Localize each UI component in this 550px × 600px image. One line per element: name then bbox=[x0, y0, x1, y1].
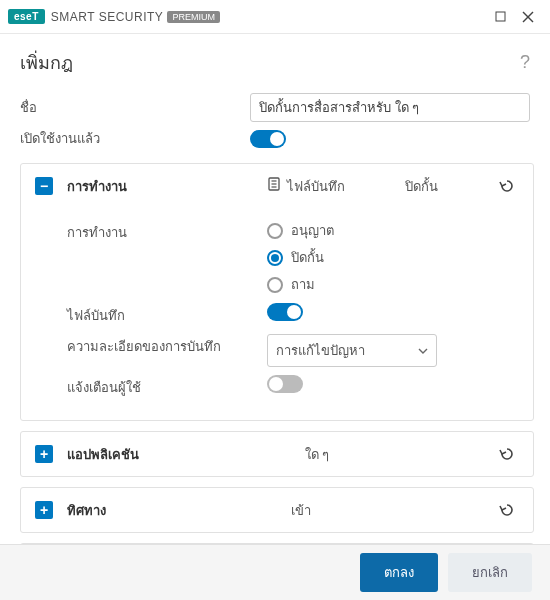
section-direction-title: ทิศทาง bbox=[67, 500, 106, 521]
titlebar: eseT SMART SECURITY PREMIUM bbox=[0, 0, 550, 34]
section-action-header[interactable]: − การทำงาน ไฟล์บันทึก ปิดกั้น bbox=[21, 164, 533, 208]
radio-allow[interactable]: อนุญาต bbox=[267, 220, 519, 241]
radio-allow-label: อนุญาต bbox=[291, 220, 334, 241]
radio-ask-label: ถาม bbox=[291, 274, 315, 295]
help-button[interactable]: ? bbox=[520, 52, 530, 73]
notify-label: แจ้งเตือนผู้ใช้ bbox=[67, 375, 267, 398]
ok-button[interactable]: ตกลง bbox=[360, 553, 438, 592]
log-label: ไฟล์บันทึก bbox=[67, 303, 267, 326]
col-log-label: ไฟล์บันทึก bbox=[287, 176, 345, 197]
revert-icon bbox=[498, 447, 516, 461]
severity-value: การแก้ไขปัญหา bbox=[276, 340, 365, 361]
section-app-summary: ใด ๆ bbox=[305, 447, 330, 462]
name-label: ชื่อ bbox=[20, 97, 250, 118]
brand-name: SMART SECURITY bbox=[51, 10, 164, 24]
revert-icon bbox=[498, 179, 516, 193]
revert-button[interactable] bbox=[495, 442, 519, 466]
sections-scroll[interactable]: − การทำงาน ไฟล์บันทึก ปิดกั้น การทำงาน อ bbox=[0, 163, 550, 573]
revert-button[interactable] bbox=[495, 498, 519, 522]
top-form: ชื่อ เปิดใช้งานแล้ว bbox=[0, 93, 550, 163]
radio-ask[interactable]: ถาม bbox=[267, 274, 519, 295]
notify-toggle[interactable] bbox=[267, 375, 303, 393]
collapse-icon[interactable]: − bbox=[35, 177, 53, 195]
dialog-footer: ตกลง ยกเลิก bbox=[0, 544, 550, 600]
action-label: การทำงาน bbox=[67, 220, 267, 243]
section-action-title: การทำงาน bbox=[67, 176, 267, 197]
section-app-header[interactable]: + แอปพลิเคชัน ใด ๆ bbox=[21, 432, 533, 476]
brand-edition: PREMIUM bbox=[167, 11, 220, 23]
section-app: + แอปพลิเคชัน ใด ๆ bbox=[20, 431, 534, 477]
revert-icon bbox=[498, 503, 516, 517]
expand-icon[interactable]: + bbox=[35, 501, 53, 519]
close-button[interactable] bbox=[514, 3, 542, 31]
radio-block-label: ปิดกั้น bbox=[291, 247, 324, 268]
log-toggle[interactable] bbox=[267, 303, 303, 321]
section-app-title: แอปพลิเคชัน bbox=[67, 444, 139, 465]
dialog-header: เพิ่มกฎ ? bbox=[0, 34, 550, 87]
log-icon bbox=[267, 177, 281, 195]
brand-badge: eseT bbox=[8, 9, 45, 24]
section-action: − การทำงาน ไฟล์บันทึก ปิดกั้น การทำงาน อ bbox=[20, 163, 534, 421]
square-icon bbox=[495, 11, 506, 22]
radio-block[interactable]: ปิดกั้น bbox=[267, 247, 519, 268]
page-title: เพิ่มกฎ bbox=[20, 48, 520, 77]
chevron-down-icon bbox=[418, 348, 428, 354]
svg-rect-0 bbox=[496, 12, 505, 21]
section-direction-header[interactable]: + ทิศทาง เข้า bbox=[21, 488, 533, 532]
action-radio-group: อนุญาต ปิดกั้น ถาม bbox=[267, 220, 519, 295]
section-direction: + ทิศทาง เข้า bbox=[20, 487, 534, 533]
name-input[interactable] bbox=[250, 93, 530, 122]
expand-icon[interactable]: + bbox=[35, 445, 53, 463]
section-action-body: การทำงาน อนุญาต ปิดกั้น ถาม ไฟล์บันทึก ค… bbox=[21, 208, 533, 420]
severity-label: ความละเอียดของการบันทึก bbox=[67, 334, 267, 357]
enabled-toggle[interactable] bbox=[250, 130, 286, 148]
close-icon bbox=[522, 11, 534, 23]
section-direction-summary: เข้า bbox=[291, 503, 311, 518]
severity-select[interactable]: การแก้ไขปัญหา bbox=[267, 334, 437, 367]
cancel-button[interactable]: ยกเลิก bbox=[448, 553, 532, 592]
revert-button[interactable] bbox=[495, 174, 519, 198]
maximize-button[interactable] bbox=[486, 3, 514, 31]
col-block-label: ปิดกั้น bbox=[405, 176, 495, 197]
enabled-label: เปิดใช้งานแล้ว bbox=[20, 128, 250, 149]
